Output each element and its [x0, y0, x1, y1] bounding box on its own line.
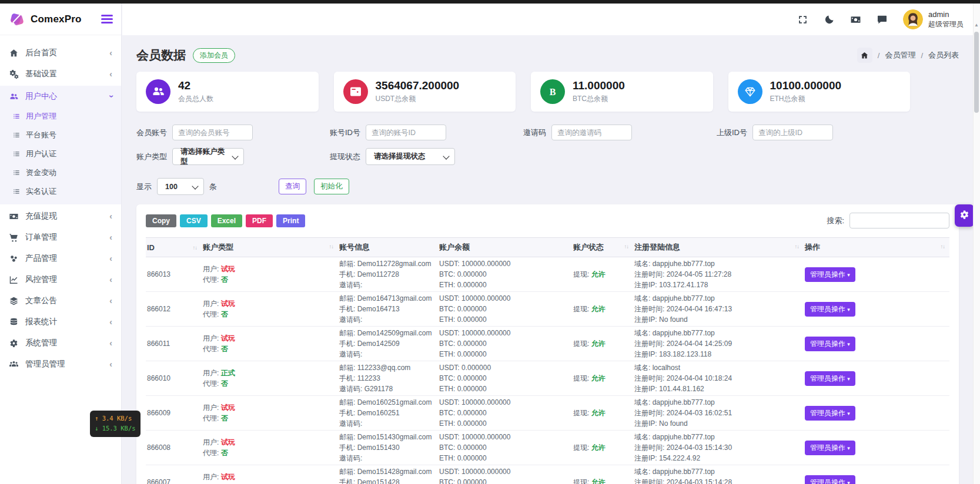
query-button[interactable]: 查询	[279, 179, 306, 194]
fullscreen-icon[interactable]	[797, 14, 808, 25]
sidebar-subitem-label: 资金变动	[26, 167, 56, 178]
export-csv-button[interactable]: CSV	[180, 214, 208, 227]
breadcrumb: / 会员管理 / 会员列表	[857, 48, 959, 63]
reset-button[interactable]: 初始化	[314, 179, 349, 194]
sidebar-item-deposit-withdraw[interactable]: 充值提现‹	[0, 206, 121, 227]
column-header-操作[interactable]: 操作↑↓	[804, 238, 949, 257]
sidebar-item-label: 系统管理	[25, 338, 103, 348]
dark-mode-moon-icon[interactable]	[824, 14, 835, 25]
table-row: 866011用户: 试玩代理: 否邮箱: Demo142509gmail.com…	[146, 327, 949, 361]
cell-balance: USDT: 100000.000000BTC: 0.000000ETH: 0.0…	[438, 257, 572, 292]
filter-account-id-input[interactable]	[366, 125, 446, 140]
filter-withdraw-status-select[interactable]: 请选择提现状态	[366, 148, 455, 165]
admin-actions-button[interactable]: 管理员操作 ▾	[805, 406, 855, 421]
table-header-row: ID↑↓账户类型↑↓账号信息账户余额账户状态↑↓注册登陆信息↑↓操作↑↓	[146, 238, 949, 257]
column-header-账户状态[interactable]: 账户状态↑↓	[572, 238, 633, 257]
chevron-left-icon: ‹	[109, 275, 112, 284]
stat-cards: 42会员总人数3564067.200000USDT总余额B11.000000BT…	[136, 72, 910, 112]
page-header: 会员数据 添加会员 / 会员管理 / 会员列表	[136, 47, 959, 63]
sidebar-item-articles-announcements[interactable]: 文章公告‹	[0, 290, 121, 311]
cell-account-info: 邮箱: Demo160251gmail.com手机: Demo160251邀请码…	[338, 396, 438, 431]
admin-actions-button[interactable]: 管理员操作 ▾	[805, 371, 855, 386]
sidebar-item-label: 基础设置	[25, 69, 103, 79]
upload-speed: ↑ 3.4 KB/s	[95, 414, 136, 424]
stat-label: USDT总余额	[376, 94, 460, 104]
scrollbar-thumb[interactable]	[974, 32, 979, 113]
filter-account-type: 账户类型请选择账户类型	[136, 148, 330, 165]
cell-account-type: 用户: 试玩代理: 否	[202, 396, 338, 431]
export-excel-button[interactable]: Excel	[211, 214, 242, 227]
cell-balance: USDT: 100000.000000BTC: 0.000000ETH: 0.0…	[438, 465, 572, 484]
avatar	[903, 9, 923, 29]
column-header-账户类型[interactable]: 账户类型↑↓	[202, 238, 338, 257]
cell-balance: USDT: 100000.000000BTC: 0.000000ETH: 0.0…	[438, 327, 572, 361]
sidebar-item-platform-accounts[interactable]: 平台账号	[0, 126, 121, 144]
sidebar-item-product-management[interactable]: 产品管理‹	[0, 248, 121, 269]
sidebar-item-user-management[interactable]: 用户管理	[0, 107, 121, 126]
table-row: 866012用户: 试玩代理: 否邮箱: Demo164713gmail.com…	[146, 292, 949, 327]
sidebar-subitem-label: 实名认证	[26, 186, 56, 197]
sidebar-item-basic-settings[interactable]: 基础设置‹	[0, 63, 121, 85]
sidebar-item-system-management[interactable]: 系统管理‹	[0, 332, 121, 354]
sidebar-subitem-label: 用户管理	[26, 111, 56, 122]
search-input[interactable]	[849, 213, 949, 228]
filter-invite-code-input[interactable]	[551, 125, 632, 140]
export-print-button[interactable]: Print	[276, 214, 305, 227]
cell-id: 866010	[146, 361, 202, 396]
breadcrumb-item-member-list[interactable]: 会员列表	[928, 50, 959, 60]
page-size-select[interactable]: 100	[157, 178, 204, 195]
filter-text-row: 会员账号账号ID号邀请码上级ID号	[136, 125, 959, 140]
filter-account-id: 账号ID号	[330, 125, 523, 140]
admin-actions-button[interactable]: 管理员操作 ▾	[805, 337, 855, 351]
chevron-left-icon: ‹	[109, 48, 112, 58]
sidebar-item-user-center[interactable]: 用户中心‹	[0, 86, 121, 107]
sidebar-header: ComexPro	[0, 4, 121, 35]
scrollbar-up-arrow[interactable]: ▲	[974, 22, 979, 28]
filter-member-account-input[interactable]	[172, 125, 253, 140]
page-title: 会员数据	[136, 47, 186, 63]
admin-actions-button[interactable]: 管理员操作 ▾	[805, 267, 855, 282]
sidebar-item-risk-management[interactable]: 风控管理‹	[0, 269, 121, 290]
wallet-icon	[343, 79, 368, 104]
breadcrumb-item-member-management[interactable]: 会员管理	[885, 50, 915, 60]
chevron-left-icon: ‹	[109, 233, 112, 242]
stat-value: 3564067.200000	[376, 79, 460, 92]
cell-actions: 管理员操作 ▾	[804, 292, 949, 327]
add-member-button[interactable]: 添加会员	[193, 48, 235, 63]
sidebar-item-label: 管理员管理	[25, 359, 103, 369]
sidebar-item-admin-management[interactable]: 管理员管理‹	[0, 354, 121, 375]
menu-toggle-icon[interactable]	[101, 13, 113, 25]
admin-actions-button[interactable]: 管理员操作 ▾	[805, 302, 855, 317]
stat-value: 42	[178, 79, 213, 92]
sidebar-item-user-verification[interactable]: 用户认证	[0, 144, 121, 163]
cell-account-info: 邮箱: 112233@qq.com手机: 112233邀请码: G291178	[338, 361, 438, 396]
cell-balance: USDT: 100000.000000BTC: 0.000000ETH: 0.0…	[438, 431, 572, 465]
filter-account-type-select[interactable]: 请选择账户类型	[172, 148, 244, 165]
export-pdf-button[interactable]: PDF	[246, 214, 273, 227]
breadcrumb-home-icon[interactable]	[857, 48, 872, 63]
sidebar-item-label: 报表统计	[25, 317, 103, 327]
cell-account-type: 用户: 试玩代理: 否	[202, 257, 338, 292]
cell-balance: USDT: 100000.000000BTC: 0.000000ETH: 0.0…	[438, 292, 572, 327]
table-row: 866007用户: 试玩代理: 否邮箱: Demo151428gmail.com…	[146, 465, 949, 484]
page-scrollbar[interactable]: ▲	[973, 4, 980, 484]
chat-icon[interactable]	[877, 14, 888, 25]
sidebar-item-real-name-auth[interactable]: 实名认证	[0, 182, 121, 201]
admin-actions-button[interactable]: 管理员操作 ▾	[805, 475, 855, 484]
filter-parent-id-input[interactable]	[752, 125, 833, 140]
filter-panel: 会员账号账号ID号邀请码上级ID号 账户类型请选择账户类型提现状态请选择提现状态…	[136, 125, 959, 195]
sidebar-item-dashboard[interactable]: 后台首页‹	[0, 42, 121, 63]
sidebar-item-order-management[interactable]: 订单管理‹	[0, 227, 121, 248]
sidebar-item-fund-changes[interactable]: 资金变动	[0, 163, 121, 182]
cash-icon[interactable]	[850, 14, 861, 25]
cell-id: 866009	[146, 396, 202, 431]
column-header-注册登陆信息[interactable]: 注册登陆信息↑↓	[633, 238, 804, 257]
column-header-ID[interactable]: ID↑↓	[146, 238, 202, 257]
cell-register-info: 域名: dappjuhe.bb777.top注册时间: 2024-04-04 1…	[633, 327, 804, 361]
sidebar-item-reports-statistics[interactable]: 报表统计‹	[0, 311, 121, 332]
sidebar-item-label: 用户中心	[25, 91, 103, 102]
theme-settings-fab[interactable]	[955, 204, 974, 227]
export-copy-button[interactable]: Copy	[146, 214, 176, 227]
user-menu[interactable]: admin 超级管理员	[903, 9, 964, 29]
admin-actions-button[interactable]: 管理员操作 ▾	[805, 441, 855, 455]
